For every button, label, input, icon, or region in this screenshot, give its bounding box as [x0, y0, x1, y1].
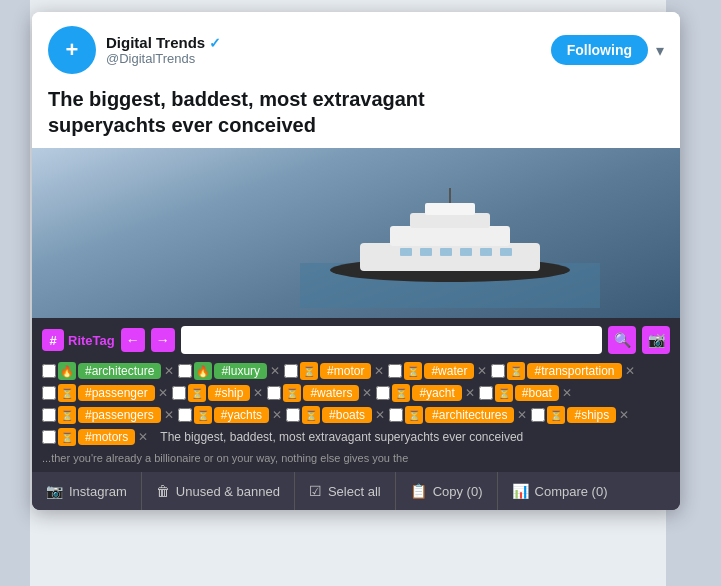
- hashtag-checkbox[interactable]: [284, 364, 298, 378]
- ritetag-logo: # RiteTag: [42, 329, 115, 351]
- hashtag-checkbox[interactable]: [388, 364, 402, 378]
- follow-button[interactable]: Following: [551, 35, 648, 65]
- hourglass-icon: ⏳: [194, 406, 212, 424]
- hashtag-tag[interactable]: #architectures: [425, 407, 514, 423]
- hashtag-tag[interactable]: #architecture: [78, 363, 161, 379]
- svg-rect-3: [390, 226, 510, 246]
- unused-banned-button[interactable]: 🗑 Unused & banned: [142, 472, 295, 510]
- remove-hashtag-icon[interactable]: ✕: [270, 364, 280, 378]
- tweet-preview-text: The biggest, baddest, most extravagant s…: [152, 430, 670, 444]
- trash-icon: 🗑: [156, 483, 170, 499]
- hourglass-icon: ⏳: [392, 384, 410, 402]
- follow-dropdown-icon[interactable]: ▾: [656, 41, 664, 60]
- instagram-icon: 📷: [46, 483, 63, 499]
- hashtag-tag[interactable]: #yacht: [412, 385, 461, 401]
- remove-hashtag-icon[interactable]: ✕: [158, 386, 168, 400]
- compare-button[interactable]: 📊 Compare (0): [498, 472, 622, 510]
- hashtag-tag[interactable]: #yachts: [214, 407, 269, 423]
- remove-hashtag-icon[interactable]: ✕: [272, 408, 282, 422]
- hashtag-tag[interactable]: #passenger: [78, 385, 155, 401]
- instagram-label: Instagram: [69, 484, 127, 499]
- search-button[interactable]: 🔍: [608, 326, 636, 354]
- left-sidebar-bg: [0, 0, 30, 586]
- hashtag-checkbox[interactable]: [479, 386, 493, 400]
- remove-hashtag-icon[interactable]: ✕: [164, 408, 174, 422]
- unused-banned-label: Unused & banned: [176, 484, 280, 499]
- partial-tweet-text: ...ther you're already a billionaire or …: [42, 450, 670, 464]
- hashtag-checkbox[interactable]: [491, 364, 505, 378]
- hashtag-tag[interactable]: #passengers: [78, 407, 161, 423]
- hashtag-checkbox[interactable]: [376, 386, 390, 400]
- hashtag-checkbox[interactable]: [172, 386, 186, 400]
- yacht-illustration: [300, 188, 600, 308]
- svg-rect-8: [420, 248, 432, 256]
- close-button[interactable]: ×: [649, 326, 672, 351]
- remove-hashtag-icon[interactable]: ✕: [619, 408, 629, 422]
- tweet-text: The biggest, baddest, most extravagant s…: [32, 82, 680, 148]
- copy-icon: 📋: [410, 483, 427, 499]
- hashtag-tag[interactable]: #ship: [208, 385, 251, 401]
- nav-back-button[interactable]: ←: [121, 328, 145, 352]
- remove-hashtag-icon[interactable]: ✕: [374, 364, 384, 378]
- fire-icon: 🔥: [194, 362, 212, 380]
- hashtag-checkbox[interactable]: [531, 408, 545, 422]
- remove-hashtag-icon[interactable]: ✕: [562, 386, 572, 400]
- remove-hashtag-icon[interactable]: ✕: [465, 386, 475, 400]
- tweet-text-line2: superyachts ever conceived: [48, 114, 316, 136]
- hashtag-item: ⏳ #passenger ✕: [42, 384, 168, 402]
- remove-hashtag-icon[interactable]: ✕: [253, 386, 263, 400]
- hashtag-checkbox[interactable]: [178, 408, 192, 422]
- svg-rect-11: [480, 248, 492, 256]
- hashtag-checkbox[interactable]: [389, 408, 403, 422]
- remove-hashtag-icon[interactable]: ✕: [517, 408, 527, 422]
- hashtag-tag[interactable]: #motors: [78, 429, 135, 445]
- hashtag-item: ⏳ #ship ✕: [172, 384, 264, 402]
- remove-hashtag-icon[interactable]: ✕: [362, 386, 372, 400]
- hashtag-checkbox[interactable]: [42, 364, 56, 378]
- hashtag-checkbox[interactable]: [42, 408, 56, 422]
- copy-button[interactable]: 📋 Copy (0): [396, 472, 498, 510]
- hashtag-item: ⏳ #transportation ✕: [491, 362, 634, 380]
- hashtag-tag[interactable]: #waters: [303, 385, 359, 401]
- hashtag-checkbox[interactable]: [286, 408, 300, 422]
- hashtag-checkbox[interactable]: [178, 364, 192, 378]
- hashtag-row-4: ⏳ #motors ✕ The biggest, baddest, most e…: [42, 428, 670, 446]
- hashtag-item: 🔥 #architecture ✕: [42, 362, 174, 380]
- hashtag-rows: 🔥 #architecture ✕ 🔥 #luxury ✕ ⏳ #motor ✕: [42, 362, 670, 464]
- copy-label: Copy (0): [433, 484, 483, 499]
- hashtag-tag[interactable]: #ships: [567, 407, 616, 423]
- svg-rect-9: [440, 248, 452, 256]
- remove-hashtag-icon[interactable]: ✕: [138, 430, 148, 444]
- avatar: +: [48, 26, 96, 74]
- fire-icon: 🔥: [58, 362, 76, 380]
- hashtag-tag[interactable]: #boat: [515, 385, 559, 401]
- select-all-button[interactable]: ☑ Select all: [295, 472, 396, 510]
- hourglass-icon: ⏳: [547, 406, 565, 424]
- hashtag-tag[interactable]: #luxury: [214, 363, 267, 379]
- bottom-bar: 📷 Instagram 🗑 Unused & banned ☑ Select a…: [32, 472, 680, 510]
- hashtag-checkbox[interactable]: [42, 386, 56, 400]
- nav-forward-button[interactable]: →: [151, 328, 175, 352]
- remove-hashtag-icon[interactable]: ✕: [164, 364, 174, 378]
- hashtag-tag[interactable]: #motor: [320, 363, 371, 379]
- hourglass-icon: ⏳: [58, 384, 76, 402]
- verified-badge: ✓: [209, 35, 221, 51]
- hashtag-checkbox[interactable]: [42, 430, 56, 444]
- checkbox-icon: ☑: [309, 483, 322, 499]
- hashtag-row-2: ⏳ #passenger ✕ ⏳ #ship ✕ ⏳ #waters ✕: [42, 384, 670, 402]
- hashtag-tag[interactable]: #boats: [322, 407, 372, 423]
- ritetag-hash-icon: #: [42, 329, 64, 351]
- instagram-button[interactable]: 📷 Instagram: [32, 472, 142, 510]
- hashtag-tag[interactable]: #water: [424, 363, 474, 379]
- avatar-icon: +: [66, 37, 79, 63]
- hashtag-checkbox[interactable]: [267, 386, 281, 400]
- remove-hashtag-icon[interactable]: ✕: [625, 364, 635, 378]
- remove-hashtag-icon[interactable]: ✕: [375, 408, 385, 422]
- hashtag-item: ⏳ #boats ✕: [286, 406, 385, 424]
- hourglass-icon: ⏳: [405, 406, 423, 424]
- search-input[interactable]: [181, 326, 602, 354]
- remove-hashtag-icon[interactable]: ✕: [477, 364, 487, 378]
- svg-rect-4: [410, 213, 490, 228]
- hashtag-tag[interactable]: #transportation: [527, 363, 621, 379]
- hourglass-icon: ⏳: [58, 428, 76, 446]
